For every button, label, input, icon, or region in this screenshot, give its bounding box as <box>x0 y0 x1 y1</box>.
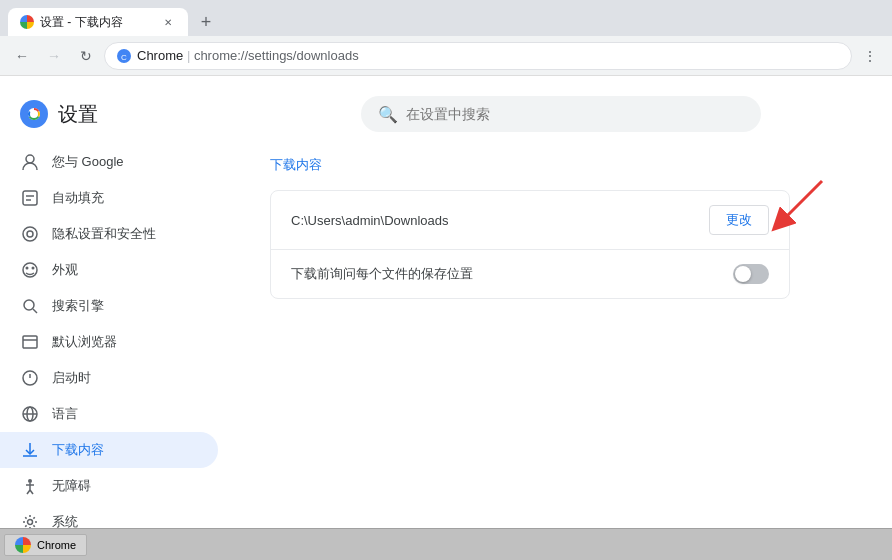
taskbar: Chrome <box>0 528 892 560</box>
svg-line-15 <box>33 309 37 313</box>
active-tab[interactable]: 设置 - 下载内容 ✕ <box>8 8 188 36</box>
svg-point-13 <box>32 267 35 270</box>
language-icon <box>20 404 40 424</box>
svg-point-25 <box>28 479 32 483</box>
ask-where-label: 下载前询问每个文件的保存位置 <box>291 265 733 283</box>
svg-point-10 <box>27 231 33 237</box>
sidebar-item-autofill[interactable]: 自动填充 <box>0 180 218 216</box>
nav-bar: ← → ↻ C Chrome | chrome://settings/downl… <box>0 36 892 76</box>
sidebar-label-browser: 默认浏览器 <box>52 333 117 351</box>
sidebar-label-search: 搜索引擎 <box>52 297 104 315</box>
sidebar-item-language[interactable]: 语言 <box>0 396 218 432</box>
sidebar-item-google[interactable]: 您与 Google <box>0 144 218 180</box>
search-wrapper: 🔍 <box>270 96 852 132</box>
main-content: 🔍 下载内容 C:\Users\admin\Downloads 更改 下载前询问… <box>230 76 892 560</box>
reload-button[interactable]: ↻ <box>72 42 100 70</box>
sidebar-label-google: 您与 Google <box>52 153 124 171</box>
startup-icon <box>20 368 40 388</box>
svg-point-12 <box>26 267 29 270</box>
autofill-icon <box>20 188 40 208</box>
sidebar-label-accessibility: 无障碍 <box>52 477 91 495</box>
sidebar-app-title: 设置 <box>58 101 98 128</box>
download-path-row: C:\Users\admin\Downloads 更改 <box>271 191 789 250</box>
browser-chrome: 设置 - 下载内容 ✕ + ← → ↻ C Chrome | chrome://… <box>0 0 892 76</box>
svg-point-4 <box>30 110 38 118</box>
search-bar: 🔍 <box>361 96 761 132</box>
ask-where-row: 下载前询问每个文件的保存位置 <box>271 250 789 298</box>
address-bar[interactable]: C Chrome | chrome://settings/downloads <box>104 42 852 70</box>
sidebar-header: 设置 <box>0 92 230 144</box>
sidebar: 设置 您与 Google自动填充隐私设置和安全性外观搜索引擎默认浏览器启动时语言… <box>0 76 230 560</box>
more-button[interactable]: ⋮ <box>856 42 884 70</box>
taskbar-chrome-item[interactable]: Chrome <box>4 534 87 556</box>
svg-line-29 <box>30 490 33 494</box>
sidebar-label-autofill: 自动填充 <box>52 189 104 207</box>
tab-bar: 设置 - 下载内容 ✕ + <box>0 0 892 36</box>
address-favicon: C <box>117 49 131 63</box>
toggle-knob <box>735 266 751 282</box>
downloads-card: C:\Users\admin\Downloads 更改 下载前询问每个文件的保存… <box>270 190 790 299</box>
forward-button[interactable]: → <box>40 42 68 70</box>
sidebar-label-startup: 启动时 <box>52 369 91 387</box>
sidebar-label-appearance: 外观 <box>52 261 78 279</box>
address-domain: Chrome <box>137 48 183 63</box>
downloads-icon <box>20 440 40 460</box>
change-button[interactable]: 更改 <box>709 205 769 235</box>
tab-close-button[interactable]: ✕ <box>160 14 176 30</box>
svg-rect-16 <box>23 336 37 348</box>
sidebar-item-browser[interactable]: 默认浏览器 <box>0 324 218 360</box>
sidebar-item-search[interactable]: 搜索引擎 <box>0 288 218 324</box>
sidebar-nav: 您与 Google自动填充隐私设置和安全性外观搜索引擎默认浏览器启动时语言下载内… <box>0 144 230 560</box>
page-layout: 设置 您与 Google自动填充隐私设置和安全性外观搜索引擎默认浏览器启动时语言… <box>0 76 892 560</box>
new-tab-button[interactable]: + <box>192 8 220 36</box>
address-path: chrome://settings/downloads <box>194 48 359 63</box>
chrome-logo <box>20 100 48 128</box>
sidebar-item-startup[interactable]: 启动时 <box>0 360 218 396</box>
taskbar-chrome-label: Chrome <box>37 539 76 551</box>
search-input[interactable] <box>406 106 744 122</box>
appearance-icon <box>20 260 40 280</box>
ask-where-toggle[interactable] <box>733 264 769 284</box>
sidebar-item-appearance[interactable]: 外观 <box>0 252 218 288</box>
google-icon <box>20 152 40 172</box>
sidebar-item-accessibility[interactable]: 无障碍 <box>0 468 218 504</box>
privacy-icon <box>20 224 40 244</box>
svg-rect-6 <box>23 191 37 205</box>
svg-point-14 <box>24 300 34 310</box>
svg-point-9 <box>23 227 37 241</box>
browser-icon <box>20 332 40 352</box>
tab-title: 设置 - 下载内容 <box>40 14 154 31</box>
svg-point-5 <box>26 155 34 163</box>
download-path-text: C:\Users\admin\Downloads <box>291 213 709 228</box>
search-icon: 🔍 <box>378 105 398 124</box>
svg-text:C: C <box>121 53 127 62</box>
address-text: Chrome | chrome://settings/downloads <box>137 48 839 63</box>
tab-favicon <box>20 15 34 29</box>
sidebar-item-downloads[interactable]: 下载内容 <box>0 432 218 468</box>
sidebar-label-downloads: 下载内容 <box>52 441 104 459</box>
sidebar-label-privacy: 隐私设置和安全性 <box>52 225 156 243</box>
sidebar-label-language: 语言 <box>52 405 78 423</box>
accessibility-icon <box>20 476 40 496</box>
back-button[interactable]: ← <box>8 42 36 70</box>
taskbar-chrome-icon <box>15 537 31 553</box>
search-icon <box>20 296 40 316</box>
svg-point-30 <box>28 520 33 525</box>
sidebar-item-privacy[interactable]: 隐私设置和安全性 <box>0 216 218 252</box>
section-title: 下载内容 <box>270 156 852 174</box>
